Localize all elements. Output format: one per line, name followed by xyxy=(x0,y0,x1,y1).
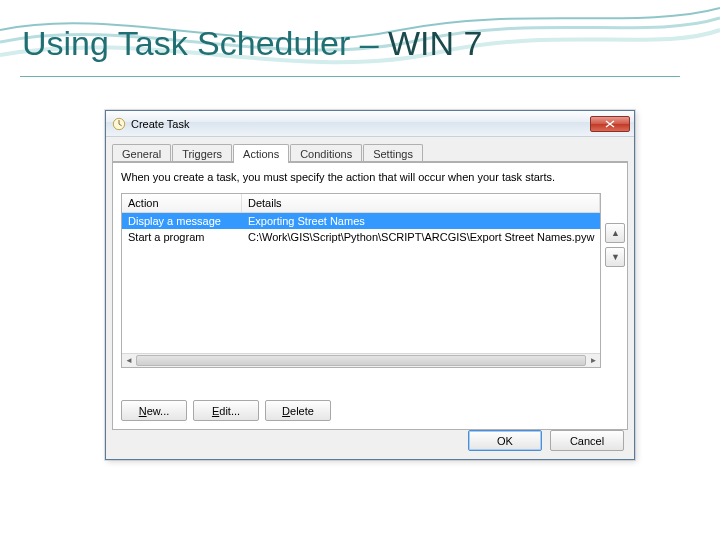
slide-title-underline xyxy=(20,76,680,77)
tab-actions[interactable]: Actions xyxy=(233,144,289,163)
titlebar: Create Task xyxy=(106,111,634,137)
row-action: Start a program xyxy=(122,230,242,244)
slide-title-text: Using Task Scheduler – xyxy=(22,24,388,62)
scroll-thumb[interactable] xyxy=(136,355,586,366)
reorder-buttons: ▲ ▼ xyxy=(601,193,627,368)
row-details: C:\Work\GIS\Script\Python\SCRIPT\ARCGIS\… xyxy=(242,230,600,244)
panel-buttons: New... Edit... Delete xyxy=(121,400,331,421)
btn-mnemonic: E xyxy=(212,405,219,417)
btn-mnemonic: D xyxy=(282,405,290,417)
actions-list[interactable]: Action Details Display a message Exporti… xyxy=(121,193,601,368)
dialog-footer: OK Cancel xyxy=(468,430,624,451)
col-details[interactable]: Details xyxy=(242,194,600,212)
cancel-button[interactable]: Cancel xyxy=(550,430,624,451)
edit-button[interactable]: Edit... xyxy=(193,400,259,421)
btn-mnemonic: N xyxy=(139,405,147,417)
actions-columns: Action Details xyxy=(122,194,600,213)
actions-hint: When you create a task, you must specify… xyxy=(121,171,619,183)
col-action[interactable]: Action xyxy=(122,194,242,212)
close-button[interactable] xyxy=(590,116,630,132)
scroll-left-icon[interactable]: ◄ xyxy=(122,354,136,367)
btn-text: dit... xyxy=(219,405,240,417)
slide-title-suffix: WIN 7 xyxy=(388,24,482,62)
scroll-right-icon[interactable]: ► xyxy=(586,354,600,367)
task-scheduler-icon xyxy=(112,117,126,131)
tabstrip: General Triggers Actions Conditions Sett… xyxy=(106,137,634,162)
horizontal-scrollbar[interactable]: ◄ ► xyxy=(122,353,600,367)
btn-text: elete xyxy=(290,405,314,417)
arrow-up-icon: ▲ xyxy=(611,228,620,238)
move-up-button[interactable]: ▲ xyxy=(605,223,625,243)
ok-button[interactable]: OK xyxy=(468,430,542,451)
actions-panel: When you create a task, you must specify… xyxy=(112,162,628,430)
slide-title: Using Task Scheduler – WIN 7 xyxy=(22,24,482,63)
move-down-button[interactable]: ▼ xyxy=(605,247,625,267)
delete-button[interactable]: Delete xyxy=(265,400,331,421)
dialog-title: Create Task xyxy=(131,118,590,130)
arrow-down-icon: ▼ xyxy=(611,252,620,262)
table-row[interactable]: Display a message Exporting Street Names xyxy=(122,213,600,229)
table-row[interactable]: Start a program C:\Work\GIS\Script\Pytho… xyxy=(122,229,600,245)
create-task-dialog: Create Task General Triggers Actions Con… xyxy=(105,110,635,460)
row-action: Display a message xyxy=(122,214,242,228)
btn-text: ew... xyxy=(147,405,170,417)
new-button[interactable]: New... xyxy=(121,400,187,421)
row-details: Exporting Street Names xyxy=(242,214,600,228)
close-icon xyxy=(605,120,615,128)
